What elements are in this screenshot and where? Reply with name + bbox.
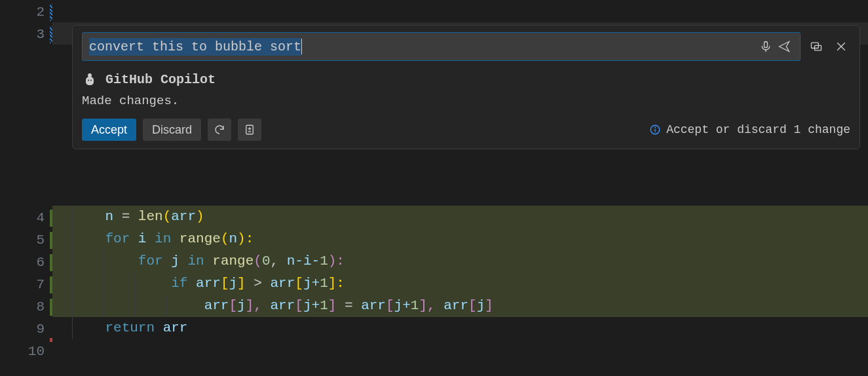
code-area[interactable]: def sort(arr): convert this to bubble so… <box>52 0 868 376</box>
code-line[interactable]: if arr[j] > arr[j+1]: <box>52 273 868 295</box>
text-cursor <box>301 39 302 54</box>
send-icon[interactable] <box>775 37 793 56</box>
copilot-icon <box>82 71 98 87</box>
diff-view-button[interactable] <box>238 119 261 141</box>
rerun-button[interactable] <box>208 119 231 141</box>
line-number: 3 <box>0 24 52 46</box>
accept-button[interactable]: Accept <box>82 119 136 141</box>
line-number: 4 <box>0 207 52 229</box>
inline-chat-actions: Accept Discard Accept or discard 1 chang… <box>82 119 850 141</box>
info-icon <box>649 124 661 136</box>
gutter-spacer <box>0 46 52 207</box>
inline-chat-provider: GitHub Copilot <box>82 71 850 87</box>
line-number: 7 <box>0 274 52 296</box>
inline-chat-input-row: convert this to bubble sort <box>82 32 850 61</box>
code-line[interactable]: for i in range(n): <box>52 228 868 250</box>
inline-chat-status: Made changes. <box>82 94 850 108</box>
inline-chat-hint: Accept or discard 1 change <box>649 123 850 136</box>
code-line[interactable]: for j in range(0, n-i-1): <box>52 250 868 273</box>
svg-rect-0 <box>764 42 768 48</box>
code-line[interactable]: n = len(arr) <box>52 206 868 228</box>
open-chat-panel-icon[interactable] <box>807 37 825 56</box>
line-number: 5 <box>0 229 52 252</box>
line-number: 2 <box>0 1 52 24</box>
gutter: 2 3 4 5 6 7 8 9 10 <box>0 0 52 376</box>
line-number: 6 <box>0 252 52 274</box>
mic-icon[interactable] <box>757 37 775 56</box>
code-line[interactable]: return arr <box>52 317 868 339</box>
editor-root: 2 3 4 5 6 7 8 9 10 def sort(arr): conver… <box>0 0 868 376</box>
line-number: 8 <box>0 296 52 318</box>
code-line[interactable] <box>52 0 868 22</box>
discard-button[interactable]: Discard <box>143 119 201 141</box>
inline-chat-input-text: convert this to bubble sort <box>89 38 301 56</box>
inline-chat-input[interactable]: convert this to bubble sort <box>82 32 801 61</box>
code-line[interactable]: arr[j], arr[j+1] = arr[j+1], arr[j] <box>52 295 868 317</box>
inline-chat-provider-name: GitHub Copilot <box>105 72 216 87</box>
inline-chat-panel: convert this to bubble sort <box>72 25 860 149</box>
svg-point-12 <box>655 127 656 128</box>
line-number: 9 <box>0 318 52 341</box>
close-icon[interactable] <box>832 37 850 56</box>
inline-chat-hint-text: Accept or discard 1 change <box>666 123 850 136</box>
code-line[interactable] <box>52 339 868 362</box>
line-number: 10 <box>0 341 52 363</box>
